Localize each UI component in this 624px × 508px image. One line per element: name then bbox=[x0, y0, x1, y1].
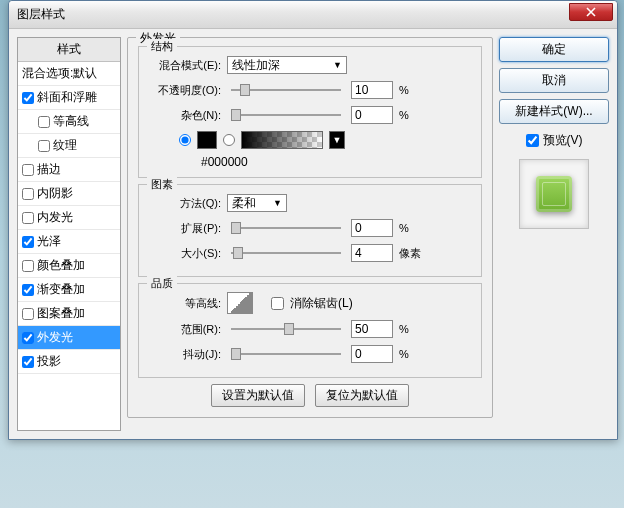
gradient-swatch[interactable] bbox=[241, 131, 323, 149]
style-checkbox[interactable] bbox=[22, 164, 34, 176]
style-checkbox[interactable] bbox=[22, 92, 34, 104]
style-row[interactable]: 光泽 bbox=[18, 230, 120, 254]
preview-thumb bbox=[536, 176, 572, 212]
style-checkbox[interactable] bbox=[22, 212, 34, 224]
technique-combo[interactable]: 柔和 ▼ bbox=[227, 194, 287, 212]
jitter-input[interactable] bbox=[351, 345, 393, 363]
style-label: 图案叠加 bbox=[37, 305, 85, 322]
style-label: 纹理 bbox=[53, 137, 77, 154]
cancel-button[interactable]: 取消 bbox=[499, 68, 609, 93]
spread-slider[interactable] bbox=[231, 227, 341, 229]
style-checkbox[interactable] bbox=[22, 236, 34, 248]
close-icon bbox=[586, 7, 596, 17]
main-panel: 外发光 结构 混合模式(E): 线性加深 ▼ 不透明度(O): bbox=[127, 37, 493, 431]
opacity-slider[interactable] bbox=[231, 89, 341, 91]
style-label: 描边 bbox=[37, 161, 61, 178]
chevron-down-icon: ▼ bbox=[273, 198, 282, 208]
structure-group: 结构 混合模式(E): 线性加深 ▼ 不透明度(O): % bbox=[138, 46, 482, 178]
preview-box bbox=[519, 159, 589, 229]
style-label: 斜面和浮雕 bbox=[37, 89, 97, 106]
style-checkbox[interactable] bbox=[22, 188, 34, 200]
style-row[interactable]: 描边 bbox=[18, 158, 120, 182]
size-slider[interactable] bbox=[231, 252, 341, 254]
new-style-button[interactable]: 新建样式(W)... bbox=[499, 99, 609, 124]
gradient-radio[interactable] bbox=[223, 134, 235, 146]
outer-glow-group: 外发光 结构 混合模式(E): 线性加深 ▼ 不透明度(O): bbox=[127, 37, 493, 418]
blend-mode-combo[interactable]: 线性加深 ▼ bbox=[227, 56, 347, 74]
elements-group: 图素 方法(Q): 柔和 ▼ 扩展(P): % bbox=[138, 184, 482, 277]
style-row[interactable]: 颜色叠加 bbox=[18, 254, 120, 278]
style-row[interactable]: 外发光 bbox=[18, 326, 120, 350]
style-row[interactable]: 纹理 bbox=[18, 134, 120, 158]
style-label: 投影 bbox=[37, 353, 61, 370]
layer-style-dialog: 图层样式 样式 混合选项:默认 斜面和浮雕等高线纹理描边内阴影内发光光泽颜色叠加… bbox=[8, 0, 618, 440]
preview-checkbox[interactable] bbox=[526, 134, 539, 147]
style-label: 内发光 bbox=[37, 209, 73, 226]
style-row[interactable]: 斜面和浮雕 bbox=[18, 86, 120, 110]
styles-list: 样式 混合选项:默认 斜面和浮雕等高线纹理描边内阴影内发光光泽颜色叠加渐变叠加图… bbox=[17, 37, 121, 431]
style-label: 光泽 bbox=[37, 233, 61, 250]
make-default-button[interactable]: 设置为默认值 bbox=[211, 384, 305, 407]
style-checkbox[interactable] bbox=[22, 308, 34, 320]
contour-picker[interactable] bbox=[227, 292, 253, 314]
style-row[interactable]: 投影 bbox=[18, 350, 120, 374]
blend-options-row[interactable]: 混合选项:默认 bbox=[18, 62, 120, 86]
style-row[interactable]: 渐变叠加 bbox=[18, 278, 120, 302]
style-label: 外发光 bbox=[37, 329, 73, 346]
antialias-checkbox[interactable] bbox=[271, 297, 284, 310]
right-panel: 确定 取消 新建样式(W)... 预览(V) bbox=[499, 37, 609, 431]
style-row[interactable]: 内发光 bbox=[18, 206, 120, 230]
blend-mode-label: 混合模式(E): bbox=[149, 58, 221, 73]
style-label: 颜色叠加 bbox=[37, 257, 85, 274]
style-checkbox[interactable] bbox=[22, 332, 34, 344]
style-checkbox[interactable] bbox=[22, 356, 34, 368]
style-row[interactable]: 内阴影 bbox=[18, 182, 120, 206]
style-checkbox[interactable] bbox=[38, 140, 50, 152]
style-row[interactable]: 等高线 bbox=[18, 110, 120, 134]
style-row[interactable]: 图案叠加 bbox=[18, 302, 120, 326]
styles-header: 样式 bbox=[18, 38, 120, 62]
style-label: 内阴影 bbox=[37, 185, 73, 202]
style-checkbox[interactable] bbox=[22, 284, 34, 296]
size-input[interactable] bbox=[351, 244, 393, 262]
range-slider[interactable] bbox=[231, 328, 341, 330]
style-label: 等高线 bbox=[53, 113, 89, 130]
titlebar[interactable]: 图层样式 bbox=[9, 1, 617, 29]
range-input[interactable] bbox=[351, 320, 393, 338]
hex-value: #000000 bbox=[201, 155, 471, 169]
opacity-input[interactable] bbox=[351, 81, 393, 99]
style-checkbox[interactable] bbox=[22, 260, 34, 272]
style-checkbox[interactable] bbox=[38, 116, 50, 128]
style-label: 渐变叠加 bbox=[37, 281, 85, 298]
quality-group: 品质 等高线: 消除锯齿(L) 范围(R): % bbox=[138, 283, 482, 378]
reset-default-button[interactable]: 复位为默认值 bbox=[315, 384, 409, 407]
ok-button[interactable]: 确定 bbox=[499, 37, 609, 62]
window-title: 图层样式 bbox=[17, 6, 65, 23]
spread-input[interactable] bbox=[351, 219, 393, 237]
noise-slider[interactable] bbox=[231, 114, 341, 116]
color-swatch[interactable] bbox=[197, 131, 217, 149]
gradient-dropdown[interactable]: ▼ bbox=[329, 131, 345, 149]
noise-input[interactable] bbox=[351, 106, 393, 124]
jitter-slider[interactable] bbox=[231, 353, 341, 355]
color-radio[interactable] bbox=[179, 134, 191, 146]
chevron-down-icon: ▼ bbox=[333, 60, 342, 70]
close-button[interactable] bbox=[569, 3, 613, 21]
